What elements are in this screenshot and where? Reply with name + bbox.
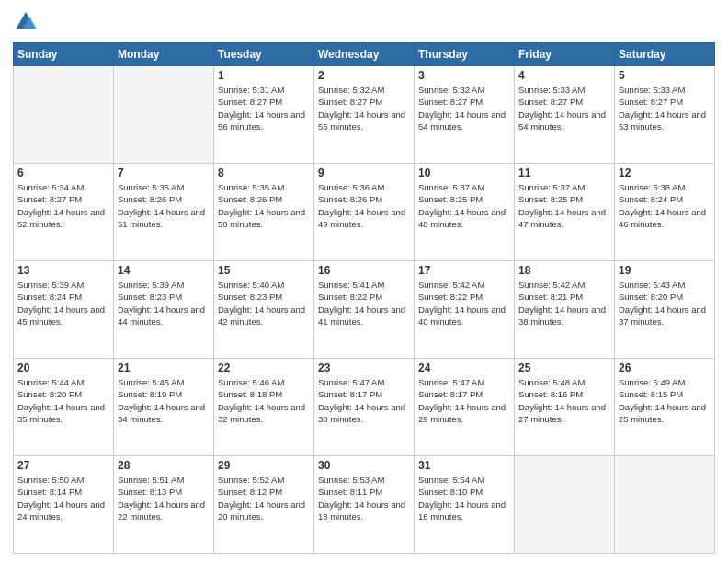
day-info: Sunrise: 5:53 AM Sunset: 8:11 PM Dayligh… xyxy=(318,474,410,523)
day-number: 25 xyxy=(518,362,610,374)
day-number: 28 xyxy=(118,459,210,472)
day-info: Sunrise: 5:37 AM Sunset: 8:25 PM Dayligh… xyxy=(518,181,610,230)
day-info: Sunrise: 5:49 AM Sunset: 8:15 PM Dayligh… xyxy=(619,376,711,425)
header xyxy=(13,9,715,35)
calendar-cell: 10 Sunrise: 5:37 AM Sunset: 8:25 PM Dayl… xyxy=(415,164,515,261)
day-number: 21 xyxy=(118,362,210,374)
day-number: 1 xyxy=(218,69,310,82)
calendar-cell: 5 Sunrise: 5:33 AM Sunset: 8:27 PM Dayli… xyxy=(615,66,715,164)
day-number: 12 xyxy=(619,167,711,179)
calendar-cell: 22 Sunrise: 5:46 AM Sunset: 8:18 PM Dayl… xyxy=(214,359,314,456)
calendar-cell: 15 Sunrise: 5:40 AM Sunset: 8:23 PM Dayl… xyxy=(214,261,314,359)
calendar-header-thursday: Thursday xyxy=(415,43,515,66)
logo-icon xyxy=(13,9,39,35)
day-info: Sunrise: 5:37 AM Sunset: 8:25 PM Dayligh… xyxy=(418,181,510,230)
calendar-header-monday: Monday xyxy=(114,43,214,66)
day-number: 29 xyxy=(218,459,310,472)
day-info: Sunrise: 5:48 AM Sunset: 8:16 PM Dayligh… xyxy=(518,376,610,425)
day-info: Sunrise: 5:39 AM Sunset: 8:23 PM Dayligh… xyxy=(118,279,210,327)
calendar-cell xyxy=(515,456,615,554)
calendar-header-row: SundayMondayTuesdayWednesdayThursdayFrid… xyxy=(14,43,715,66)
calendar-header-saturday: Saturday xyxy=(615,43,715,66)
day-number: 9 xyxy=(318,167,410,179)
day-number: 26 xyxy=(619,362,711,374)
calendar-cell: 24 Sunrise: 5:47 AM Sunset: 8:17 PM Dayl… xyxy=(415,359,515,456)
calendar-cell: 16 Sunrise: 5:41 AM Sunset: 8:22 PM Dayl… xyxy=(314,261,415,359)
day-info: Sunrise: 5:46 AM Sunset: 8:18 PM Dayligh… xyxy=(218,376,310,425)
calendar-cell: 14 Sunrise: 5:39 AM Sunset: 8:23 PM Dayl… xyxy=(114,261,214,359)
day-info: Sunrise: 5:33 AM Sunset: 8:27 PM Dayligh… xyxy=(518,84,610,132)
day-info: Sunrise: 5:47 AM Sunset: 8:17 PM Dayligh… xyxy=(418,376,510,425)
calendar-header-tuesday: Tuesday xyxy=(214,43,314,66)
calendar-cell: 25 Sunrise: 5:48 AM Sunset: 8:16 PM Dayl… xyxy=(515,359,615,456)
day-number: 17 xyxy=(418,264,510,277)
day-number: 19 xyxy=(619,264,711,277)
logo xyxy=(13,9,42,35)
calendar-cell xyxy=(615,456,715,554)
day-info: Sunrise: 5:35 AM Sunset: 8:26 PM Dayligh… xyxy=(218,181,310,230)
calendar-cell: 23 Sunrise: 5:47 AM Sunset: 8:17 PM Dayl… xyxy=(314,359,415,456)
day-number: 20 xyxy=(17,362,109,374)
day-number: 8 xyxy=(218,167,310,179)
day-number: 13 xyxy=(17,264,109,277)
day-info: Sunrise: 5:35 AM Sunset: 8:26 PM Dayligh… xyxy=(118,181,210,230)
day-number: 2 xyxy=(318,69,410,82)
calendar-cell: 8 Sunrise: 5:35 AM Sunset: 8:26 PM Dayli… xyxy=(214,164,314,261)
calendar-cell: 11 Sunrise: 5:37 AM Sunset: 8:25 PM Dayl… xyxy=(515,164,615,261)
day-number: 11 xyxy=(518,167,610,179)
calendar-cell: 18 Sunrise: 5:42 AM Sunset: 8:21 PM Dayl… xyxy=(515,261,615,359)
calendar-header-wednesday: Wednesday xyxy=(314,43,415,66)
day-number: 14 xyxy=(118,264,210,277)
page: SundayMondayTuesdayWednesdayThursdayFrid… xyxy=(0,0,728,563)
calendar-week-row: 6 Sunrise: 5:34 AM Sunset: 8:27 PM Dayli… xyxy=(14,164,715,261)
day-info: Sunrise: 5:43 AM Sunset: 8:20 PM Dayligh… xyxy=(619,279,711,327)
day-info: Sunrise: 5:36 AM Sunset: 8:26 PM Dayligh… xyxy=(318,181,410,230)
day-number: 4 xyxy=(518,69,610,82)
calendar-cell: 17 Sunrise: 5:42 AM Sunset: 8:22 PM Dayl… xyxy=(415,261,515,359)
calendar-cell: 12 Sunrise: 5:38 AM Sunset: 8:24 PM Dayl… xyxy=(615,164,715,261)
day-info: Sunrise: 5:40 AM Sunset: 8:23 PM Dayligh… xyxy=(218,279,310,327)
calendar-cell: 1 Sunrise: 5:31 AM Sunset: 8:27 PM Dayli… xyxy=(214,66,314,164)
calendar-cell: 26 Sunrise: 5:49 AM Sunset: 8:15 PM Dayl… xyxy=(615,359,715,456)
day-info: Sunrise: 5:31 AM Sunset: 8:27 PM Dayligh… xyxy=(218,84,310,132)
day-info: Sunrise: 5:54 AM Sunset: 8:10 PM Dayligh… xyxy=(418,474,510,523)
calendar-cell: 30 Sunrise: 5:53 AM Sunset: 8:11 PM Dayl… xyxy=(314,456,415,554)
calendar-cell: 20 Sunrise: 5:44 AM Sunset: 8:20 PM Dayl… xyxy=(14,359,114,456)
day-info: Sunrise: 5:41 AM Sunset: 8:22 PM Dayligh… xyxy=(318,279,410,327)
calendar-cell: 21 Sunrise: 5:45 AM Sunset: 8:19 PM Dayl… xyxy=(114,359,214,456)
day-number: 24 xyxy=(418,362,510,374)
day-number: 27 xyxy=(17,459,109,472)
day-number: 5 xyxy=(619,69,711,82)
calendar-header-friday: Friday xyxy=(515,43,615,66)
day-info: Sunrise: 5:32 AM Sunset: 8:27 PM Dayligh… xyxy=(318,84,410,132)
calendar-cell: 31 Sunrise: 5:54 AM Sunset: 8:10 PM Dayl… xyxy=(415,456,515,554)
day-info: Sunrise: 5:45 AM Sunset: 8:19 PM Dayligh… xyxy=(118,376,210,425)
calendar-week-row: 13 Sunrise: 5:39 AM Sunset: 8:24 PM Dayl… xyxy=(14,261,715,359)
calendar-cell: 27 Sunrise: 5:50 AM Sunset: 8:14 PM Dayl… xyxy=(14,456,114,554)
day-info: Sunrise: 5:47 AM Sunset: 8:17 PM Dayligh… xyxy=(318,376,410,425)
calendar-week-row: 27 Sunrise: 5:50 AM Sunset: 8:14 PM Dayl… xyxy=(14,456,715,554)
calendar-cell: 4 Sunrise: 5:33 AM Sunset: 8:27 PM Dayli… xyxy=(515,66,615,164)
day-info: Sunrise: 5:34 AM Sunset: 8:27 PM Dayligh… xyxy=(17,181,109,230)
calendar-cell: 3 Sunrise: 5:32 AM Sunset: 8:27 PM Dayli… xyxy=(415,66,515,164)
day-number: 30 xyxy=(318,459,410,472)
day-info: Sunrise: 5:38 AM Sunset: 8:24 PM Dayligh… xyxy=(619,181,711,230)
day-number: 7 xyxy=(118,167,210,179)
day-info: Sunrise: 5:52 AM Sunset: 8:12 PM Dayligh… xyxy=(218,474,310,523)
calendar-cell: 2 Sunrise: 5:32 AM Sunset: 8:27 PM Dayli… xyxy=(314,66,415,164)
day-number: 10 xyxy=(418,167,510,179)
day-info: Sunrise: 5:39 AM Sunset: 8:24 PM Dayligh… xyxy=(17,279,109,327)
day-number: 3 xyxy=(418,69,510,82)
calendar-week-row: 1 Sunrise: 5:31 AM Sunset: 8:27 PM Dayli… xyxy=(14,66,715,164)
day-info: Sunrise: 5:42 AM Sunset: 8:21 PM Dayligh… xyxy=(518,279,610,327)
calendar-cell: 28 Sunrise: 5:51 AM Sunset: 8:13 PM Dayl… xyxy=(114,456,214,554)
day-number: 18 xyxy=(518,264,610,277)
calendar-cell: 7 Sunrise: 5:35 AM Sunset: 8:26 PM Dayli… xyxy=(114,164,214,261)
day-number: 23 xyxy=(318,362,410,374)
calendar-cell xyxy=(114,66,214,164)
calendar-week-row: 20 Sunrise: 5:44 AM Sunset: 8:20 PM Dayl… xyxy=(14,359,715,456)
calendar-cell xyxy=(14,66,114,164)
day-info: Sunrise: 5:50 AM Sunset: 8:14 PM Dayligh… xyxy=(17,474,109,523)
day-info: Sunrise: 5:32 AM Sunset: 8:27 PM Dayligh… xyxy=(418,84,510,132)
day-info: Sunrise: 5:44 AM Sunset: 8:20 PM Dayligh… xyxy=(17,376,109,425)
